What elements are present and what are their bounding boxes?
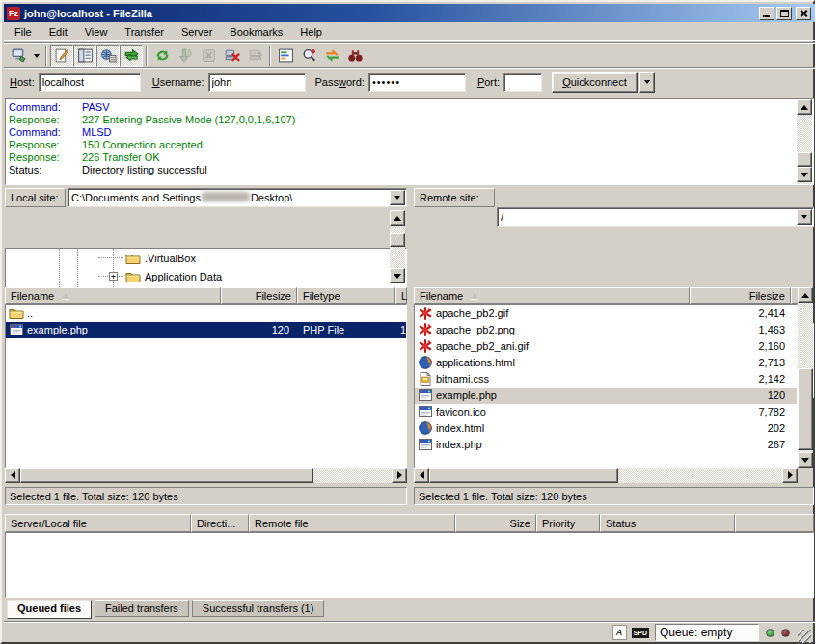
scrollbar-thumb[interactable] [429, 468, 618, 483]
directory-filters-button[interactable] [274, 45, 297, 67]
filter-icon [278, 47, 294, 64]
toggle-local-tree-button[interactable] [73, 45, 96, 67]
scroll-down-button[interactable] [797, 167, 812, 182]
menu-view[interactable]: View [76, 23, 117, 40]
scrollbar-thumb[interactable] [798, 368, 813, 450]
menu-file[interactable]: File [6, 23, 41, 40]
column-priority[interactable]: Priority [536, 514, 600, 532]
speed-limit-indicator-icon[interactable]: SPD [632, 628, 649, 638]
maximize-button[interactable] [776, 7, 792, 20]
log-row: Response:150 Connection accepted [6, 139, 813, 151]
process-queue-button[interactable] [174, 45, 197, 67]
column-remote-file[interactable]: Remote file [249, 514, 455, 532]
site-manager-dropdown[interactable] [30, 45, 42, 67]
column-direction[interactable]: Directi... [191, 514, 249, 532]
column-filetype[interactable]: Filetype [297, 287, 395, 304]
menu-server[interactable]: Server [173, 23, 221, 40]
column-filename[interactable]: Filename [5, 287, 221, 304]
file-row-example-php[interactable]: example.php 120 PHP File 1 [6, 322, 406, 338]
toolbar [4, 42, 815, 67]
password-input[interactable] [368, 73, 466, 92]
file-row[interactable]: apache_pb2_ani.gif 2,160 [415, 338, 797, 355]
scrollbar-thumb[interactable] [20, 468, 313, 483]
scroll-right-button[interactable] [392, 468, 407, 483]
toggle-transfer-queue-button[interactable] [120, 45, 143, 67]
local-site-label: Local site: [5, 188, 66, 207]
sort-ascending-icon [62, 293, 69, 299]
refresh-button[interactable] [150, 45, 174, 67]
file-row[interactable]: applications.html 2,713 [415, 355, 797, 371]
remote-site-combobox[interactable]: / [497, 207, 814, 227]
local-file-list[interactable]: .. example.php 120 PHP File 1 [5, 304, 407, 468]
quickconnect-dropdown[interactable] [639, 72, 655, 93]
file-row[interactable]: index.php 267 [415, 437, 797, 453]
host-input[interactable] [39, 73, 141, 92]
column-size[interactable]: Size [455, 514, 536, 532]
scroll-up-button[interactable] [798, 287, 813, 303]
remote-site-dropdown[interactable] [797, 209, 812, 225]
scroll-left-button[interactable] [5, 468, 20, 483]
remote-tree-icon [100, 47, 117, 64]
file-row[interactable]: apache_pb2.gif 2,414 [415, 306, 797, 322]
queue-list[interactable] [5, 532, 814, 598]
file-row[interactable]: index.html 202 [415, 420, 797, 437]
toggle-remote-tree-button[interactable] [96, 45, 120, 67]
menu-transfer[interactable]: Transfer [116, 23, 173, 40]
quickconnect-button[interactable]: Quickconnect [552, 72, 638, 93]
local-site-combobox[interactable]: C:\Documents and SettingsDesktop\ [68, 188, 407, 207]
local-tree-scrollbar[interactable] [390, 210, 405, 283]
site-manager-button[interactable] [7, 45, 30, 67]
menu-bookmarks[interactable]: Bookmarks [221, 23, 291, 40]
scroll-left-button[interactable] [414, 468, 429, 483]
remote-list-scrollbar[interactable] [798, 287, 813, 468]
tree-item-application-data[interactable]: + Application Data [6, 267, 406, 285]
minimize-button[interactable] [759, 7, 774, 20]
column-last-modified[interactable]: L [395, 287, 407, 304]
local-list-hscrollbar[interactable] [5, 468, 407, 483]
queue-status-field: Queue: empty [655, 624, 759, 641]
disconnect-button[interactable] [220, 45, 243, 67]
column-status[interactable]: Status [600, 514, 735, 532]
column-filename[interactable]: Filename [414, 287, 690, 304]
file-row[interactable]: favicon.ico 7,782 [415, 404, 797, 420]
tab-queued-files[interactable]: Queued files [7, 600, 92, 619]
log-scrollbar[interactable] [797, 99, 812, 184]
transfer-type-indicator-icon[interactable]: A [612, 625, 627, 640]
site-manager-icon [11, 47, 27, 64]
menu-edit[interactable]: Edit [41, 23, 76, 40]
column-server-local-file[interactable]: Server/Local file [5, 514, 191, 532]
tree-expander[interactable]: + [109, 272, 118, 281]
file-row-selected[interactable]: example.php 120 [415, 388, 797, 404]
port-input[interactable] [503, 73, 542, 92]
tree-item-virtualbox[interactable]: .VirtualBox [6, 249, 406, 267]
column-filesize[interactable]: Filesize [221, 287, 297, 304]
scroll-up-button[interactable] [797, 99, 812, 115]
file-row-parent[interactable]: .. [6, 306, 406, 322]
find-files-button[interactable] [343, 45, 367, 67]
local-site-dropdown[interactable] [390, 190, 405, 205]
resize-grip[interactable] [798, 630, 811, 643]
reconnect-button[interactable] [243, 45, 266, 67]
toggle-message-log-button[interactable] [50, 45, 73, 67]
close-button[interactable] [796, 7, 811, 20]
scroll-up-button[interactable] [390, 210, 405, 226]
menu-help[interactable]: Help [291, 23, 331, 40]
synchronized-browsing-button[interactable] [320, 45, 343, 67]
folder-icon [125, 269, 141, 284]
scroll-right-button[interactable] [782, 468, 798, 483]
scrollbar-thumb[interactable] [390, 233, 405, 247]
message-log[interactable]: Command:PASV Response:227 Entering Passi… [5, 98, 814, 185]
tab-successful-transfers[interactable]: Successful transfers (1) [192, 600, 325, 617]
scroll-down-button[interactable] [390, 268, 405, 283]
file-row[interactable]: bitnami.css 2,142 [415, 371, 797, 388]
remote-file-list[interactable]: apache_pb2.gif 2,414 apache_pb2.png 1,46… [414, 304, 798, 468]
scroll-down-button[interactable] [798, 452, 813, 468]
compare-directories-button[interactable] [297, 45, 320, 67]
file-row[interactable]: apache_pb2.png 1,463 [415, 322, 797, 338]
username-input[interactable] [208, 73, 306, 92]
tab-failed-transfers[interactable]: Failed transfers [95, 600, 189, 617]
column-filesize[interactable]: Filesize [690, 287, 791, 304]
cancel-operation-button[interactable] [197, 45, 220, 67]
remote-list-hscrollbar[interactable] [414, 468, 798, 483]
scrollbar-thumb[interactable] [797, 152, 812, 167]
